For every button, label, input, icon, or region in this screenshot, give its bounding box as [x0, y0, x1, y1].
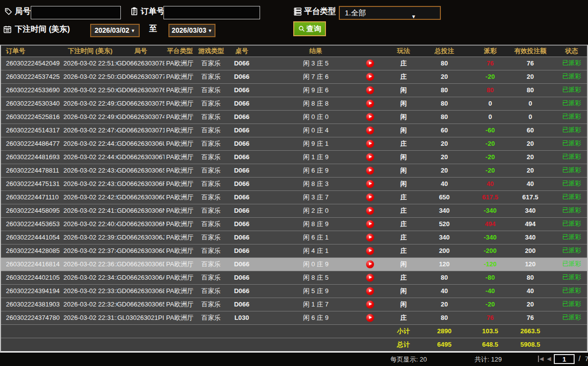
cell-platform: PA欧洲厅: [164, 284, 195, 298]
cell-total-bet: 80: [415, 110, 474, 123]
cell-bet-time: 2026-03-02 22:37:47: [63, 244, 117, 257]
platform-type-select[interactable]: 1.全部 ▼: [339, 6, 441, 20]
replay-play-icon[interactable]: [366, 220, 374, 228]
table-row[interactable]: 2603022244751312026-03-02 22:43:19GD0662…: [1, 177, 588, 190]
replay-play-icon[interactable]: [366, 314, 374, 322]
cell-result: 闲 1 庄 9: [257, 150, 348, 164]
cell-result: 闲 0 庄 4: [257, 123, 348, 137]
replay-play-icon[interactable]: [366, 180, 374, 188]
cell-result: 闲 0 庄 0: [257, 110, 348, 123]
cell-game-type: 百家乐: [195, 123, 227, 137]
cell-order-no: 260302224542049: [1, 57, 63, 70]
cell-platform: PA欧洲厅: [164, 311, 195, 324]
replay-play-icon[interactable]: [366, 100, 374, 108]
cell-total-bet: 80: [415, 57, 474, 70]
cell-bet-time: 2026-03-02 22:44:05: [63, 150, 117, 164]
replay-play-icon[interactable]: [366, 153, 374, 161]
table-row[interactable]: 2603022245336902026-03-02 22:50:01GD0662…: [1, 83, 588, 97]
cell-status: 已派彩: [554, 57, 588, 70]
cell-bet-time: 2026-03-02 22:36:23: [63, 257, 117, 271]
table-row[interactable]: 2603022243941942026-03-02 22:33:37GD0662…: [1, 284, 588, 298]
date-to-picker[interactable]: 2026/03/03▼: [168, 24, 215, 37]
replay-play-icon[interactable]: [366, 73, 374, 81]
replay-play-icon[interactable]: [366, 113, 374, 121]
cell-result: 闲 3 庄 5: [257, 57, 348, 70]
date-to-label: 至: [149, 24, 157, 34]
cell-round-no: GD06626303074: [117, 110, 164, 123]
cell-status: 已派彩: [554, 150, 588, 164]
replay-play-icon[interactable]: [366, 60, 374, 67]
cell-result: 闲 4 庄 1: [257, 244, 348, 257]
replay-play-icon[interactable]: [366, 207, 374, 215]
page-number-input[interactable]: [554, 354, 575, 364]
table-row[interactable]: 2603022244788112026-03-02 22:43:45GD0662…: [1, 164, 588, 177]
cell-payout: 80: [474, 83, 506, 97]
cell-order-no: 260302224514317: [1, 123, 63, 137]
cell-valid-bet: 20: [506, 70, 554, 83]
replay-play-icon[interactable]: [366, 260, 374, 268]
cell-result: 闲 1 庄 7: [257, 298, 348, 311]
replay-play-icon[interactable]: [366, 140, 374, 148]
cell-valid-bet: 494: [506, 217, 554, 231]
cell-status: 已派彩: [554, 311, 588, 324]
table-row[interactable]: 2603022245258162026-03-02 22:49:06GD0662…: [1, 110, 588, 123]
replay-play-icon[interactable]: [366, 193, 374, 201]
cell-replay: [348, 244, 392, 257]
table-row[interactable]: 2603022244168142026-03-02 22:36:23GD0662…: [1, 257, 588, 271]
cell-status: 已派彩: [554, 70, 588, 83]
table-row[interactable]: 2603022244711102026-03-02 22:42:52GD0662…: [1, 190, 588, 204]
replay-play-icon[interactable]: [366, 247, 374, 255]
cell-total-bet: 650: [415, 190, 474, 204]
table-row[interactable]: 2603022243747802026-03-02 22:31:17GL0302…: [1, 311, 588, 324]
search-button[interactable]: 查询: [293, 21, 326, 36]
search-button-label: 查询: [307, 24, 321, 34]
table-row[interactable]: 2603022245374252026-03-02 22:50:31GD0662…: [1, 70, 588, 83]
cell-table-no: D066: [227, 204, 257, 217]
cell-play-type: 庄: [392, 271, 415, 284]
table-row[interactable]: 2603022245303402026-03-02 22:49:38GD0662…: [1, 97, 588, 110]
table-row[interactable]: 2603022244021052026-03-02 22:34:37GD0662…: [1, 271, 588, 284]
cell-round-no: GD06626303071: [117, 123, 164, 137]
table-row[interactable]: 2603022245143172026-03-02 22:47:45GD0662…: [1, 123, 588, 137]
order-no-input[interactable]: [163, 6, 260, 19]
table-row[interactable]: 2603022245420492026-03-02 22:51:02GD0662…: [1, 57, 588, 70]
table-row[interactable]: 2603022244864772026-03-02 22:44:36GD0662…: [1, 137, 588, 150]
replay-play-icon[interactable]: [366, 287, 374, 295]
cell-result: 闲 6 庄 9: [257, 311, 348, 324]
cell-table-no: D066: [227, 190, 257, 204]
replay-play-icon[interactable]: [366, 274, 374, 282]
cell-bet-time: 2026-03-02 22:50:01: [63, 83, 117, 97]
cell-round-no: GD0662630306D: [117, 257, 164, 271]
cell-total-bet: 20: [415, 298, 474, 311]
replay-play-icon[interactable]: [366, 167, 374, 175]
chevron-down-icon: ▼: [131, 28, 135, 33]
cell-round-no: GD06626303075: [117, 97, 164, 110]
table-row[interactable]: 2603022244580952026-03-02 22:41:18GD0662…: [1, 204, 588, 217]
prev-page-icon[interactable]: ◀: [547, 356, 551, 362]
cell-status: 已派彩: [554, 137, 588, 150]
first-page-icon[interactable]: ◀: [538, 356, 543, 362]
cell-bet-time: 2026-03-02 22:47:45: [63, 123, 117, 137]
cell-replay: [348, 57, 392, 70]
cell-payout: 40: [474, 177, 506, 190]
cell-replay: [348, 150, 392, 164]
cell-game-type: 百家乐: [195, 284, 227, 298]
replay-play-icon[interactable]: [366, 234, 374, 242]
table-row[interactable]: 2603022243819032026-03-02 22:32:08GD0662…: [1, 298, 588, 311]
cell-game-type: 百家乐: [195, 204, 227, 217]
table-row[interactable]: 2603022244280852026-03-02 22:37:47GD0662…: [1, 244, 588, 257]
table-row[interactable]: 2603022244410542026-03-02 22:39:20GD0662…: [1, 231, 588, 244]
replay-play-icon[interactable]: [366, 301, 374, 308]
cell-round-no: GD0662630306J: [117, 231, 164, 244]
date-from-picker[interactable]: 2026/03/02▼: [90, 24, 140, 37]
table-row[interactable]: 2603022244536532026-03-02 22:40:45GD0662…: [1, 217, 588, 231]
round-no-input[interactable]: [31, 6, 121, 19]
table-row[interactable]: 2603022244816932026-03-02 22:44:05GD0662…: [1, 150, 588, 164]
per-page-label: 每页显示: 20: [390, 355, 427, 364]
chevron-down-icon: ▼: [411, 11, 416, 23]
cell-total-bet: 80: [415, 311, 474, 324]
table-header-row: 订单号 下注时间 (美东) 局号 平台类型 游戏类型 桌号 结果 玩法 总投注 …: [1, 46, 588, 57]
replay-play-icon[interactable]: [366, 86, 374, 94]
replay-play-icon[interactable]: [366, 126, 374, 134]
order-no-label: 订单号: [141, 6, 164, 17]
